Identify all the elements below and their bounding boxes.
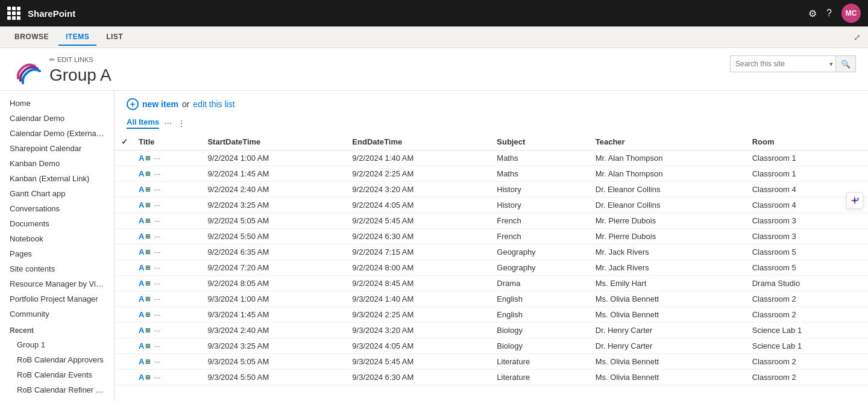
cell-subject: Geography [492, 260, 590, 276]
sidebar-item-home[interactable]: Home [0, 96, 114, 111]
cell-end: 9/2/2024 1:40 AM [347, 151, 492, 166]
sidebar-item-gantt-chart-app[interactable]: Gantt Chart app [0, 186, 114, 201]
cell-title: A ⊞ ··· [134, 370, 203, 385]
sidebar-item-rob-calendar-refiner-values[interactable]: RoB Calendar Refiner Values [0, 382, 114, 397]
tab-items[interactable]: ITEMS [58, 29, 96, 46]
row-checkbox[interactable] [115, 307, 134, 323]
row-checkbox[interactable] [115, 166, 134, 182]
row-options-button[interactable]: ··· [151, 247, 163, 256]
tab-browse[interactable]: BROWSE [7, 29, 56, 46]
cell-end: 9/3/2024 4:05 AM [347, 338, 492, 354]
cell-subject: French [492, 213, 590, 229]
sidebar-item-kanban-demo[interactable]: Kanban Demo [0, 156, 114, 171]
row-checkbox[interactable] [115, 213, 134, 229]
page-header: ✏ EDIT LINKS Group A ▾ 🔍 [0, 48, 868, 91]
excel-icon: ⊞ [145, 202, 150, 208]
row-options-button[interactable]: ··· [151, 341, 163, 350]
row-checkbox[interactable] [115, 338, 134, 354]
sidebar-item-notebook[interactable]: Notebook [0, 231, 114, 246]
row-options-button[interactable]: ··· [151, 263, 163, 272]
row-options-button[interactable]: ··· [151, 216, 163, 225]
cell-subject: French [492, 229, 590, 244]
cell-subject: Drama [492, 276, 590, 291]
row-options-button[interactable]: ··· [151, 200, 163, 210]
row-options-button[interactable]: ··· [151, 232, 163, 241]
app-title[interactable]: SharePoint [28, 8, 75, 19]
cell-start: 9/3/2024 2:40 AM [203, 323, 347, 338]
copilot-button[interactable] [846, 192, 863, 209]
row-checkbox[interactable] [115, 260, 134, 276]
sidebar-item-documents[interactable]: Documents [0, 216, 114, 231]
col-header-room: Room [747, 134, 868, 151]
sidebar-item-resource-manager-by-virto[interactable]: Resource Manager by Virto [0, 276, 114, 291]
excel-icon: ⊞ [145, 327, 150, 334]
edit-list-link[interactable]: edit this list [193, 99, 234, 109]
sidebar-item-rob-calendar-events[interactable]: RoB Calendar Events [0, 367, 114, 382]
edit-links-button[interactable]: ✏ EDIT LINKS [49, 56, 112, 64]
views-kebab-icon[interactable]: ⋮ [177, 119, 186, 128]
cell-teacher: Mr. Alan Thompson [591, 166, 747, 182]
sidebar-item-site-contents[interactable]: Site contents [0, 261, 114, 276]
row-checkbox[interactable] [115, 229, 134, 244]
table-row: A ⊞ ··· 9/2/2024 7:20 AM 9/2/2024 8:00 A… [115, 260, 868, 276]
row-options-button[interactable]: ··· [151, 279, 163, 288]
row-checkbox[interactable] [115, 244, 134, 260]
row-checkbox[interactable] [115, 151, 134, 166]
row-options-button[interactable]: ··· [151, 154, 163, 163]
table-row: A ⊞ ··· 9/2/2024 3:25 AM 9/2/2024 4:05 A… [115, 197, 868, 213]
sidebar-item-kanban-external-link[interactable]: Kanban (External Link) [0, 171, 114, 186]
row-options-button[interactable]: ··· [151, 326, 163, 335]
new-item-circle-icon[interactable]: + [127, 98, 139, 110]
search-dropdown-icon[interactable]: ▾ [827, 60, 835, 68]
sidebar-item-sharepoint-calendar[interactable]: Sharepoint Calendar [0, 141, 114, 156]
col-header-end: EndDateTime [347, 134, 492, 151]
sidebar-item-group-1[interactable]: Group 1 [0, 337, 114, 352]
sidebar-item-calendar-demo[interactable]: Calendar Demo [0, 111, 114, 126]
excel-icon: ⊞ [145, 170, 150, 177]
cell-title: A ⊞ ··· [134, 244, 203, 260]
row-options-button[interactable]: ··· [151, 294, 163, 303]
all-items-tab[interactable]: All Items [127, 117, 159, 129]
expand-ribbon-icon[interactable]: ⤢ [854, 33, 861, 42]
sidebar-item-portfolio-project-manager[interactable]: Portfolio Project Manager [0, 291, 114, 306]
row-checkbox[interactable] [115, 291, 134, 307]
a-letter-icon: A [139, 185, 144, 194]
table-row: A ⊞ ··· 9/2/2024 5:05 AM 9/2/2024 5:45 A… [115, 213, 868, 229]
sidebar-item-community[interactable]: Community [0, 306, 114, 322]
row-options-button[interactable]: ··· [151, 373, 163, 382]
row-checkbox[interactable] [115, 370, 134, 385]
cell-room: Science Lab 1 [747, 323, 868, 338]
help-icon[interactable]: ? [826, 8, 832, 19]
cell-start: 9/3/2024 5:50 AM [203, 370, 347, 385]
cell-end: 9/2/2024 6:30 AM [347, 229, 492, 244]
new-item-button[interactable]: new item [142, 99, 178, 109]
sidebar-item-conversations[interactable]: Conversations [0, 201, 114, 216]
select-all-checkbox[interactable]: ✓ [115, 134, 134, 151]
a-letter-icon: A [139, 263, 144, 272]
row-checkbox[interactable] [115, 354, 134, 370]
sidebar-item-rob-calendar-approvers[interactable]: RoB Calendar Approvers [0, 352, 114, 367]
list-table: ✓ Title StartDateTime EndDateTime Subjec… [115, 134, 868, 385]
sidebar-item-pages[interactable]: Pages [0, 246, 114, 261]
cell-subject: Geography [492, 244, 590, 260]
row-checkbox[interactable] [115, 197, 134, 213]
search-container[interactable]: ▾ 🔍 [730, 55, 856, 72]
cell-subject: History [492, 197, 590, 213]
row-options-button[interactable]: ··· [151, 169, 163, 178]
search-input[interactable] [731, 60, 827, 68]
sidebar-item-calendar-demo-external-link[interactable]: Calendar Demo (External Link) [0, 126, 114, 141]
row-checkbox[interactable] [115, 276, 134, 291]
row-options-button[interactable]: ··· [151, 310, 163, 319]
col-header-start: StartDateTime [203, 134, 347, 151]
row-options-button[interactable]: ··· [151, 357, 163, 366]
views-more-icon[interactable]: ··· [164, 118, 172, 129]
waffle-menu-icon[interactable] [7, 7, 20, 20]
search-submit-icon[interactable]: 🔍 [835, 56, 855, 72]
row-checkbox[interactable] [115, 323, 134, 338]
row-options-button[interactable]: ··· [151, 185, 163, 194]
settings-icon[interactable]: ⚙ [808, 8, 817, 19]
pencil-icon: ✏ [49, 56, 55, 64]
row-checkbox[interactable] [115, 182, 134, 197]
tab-list[interactable]: LIST [99, 29, 130, 46]
avatar[interactable]: MC [841, 4, 861, 23]
